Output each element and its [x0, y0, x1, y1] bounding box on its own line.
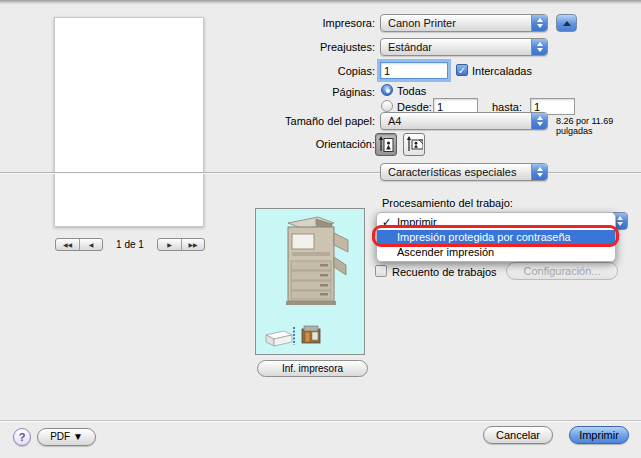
preview-navigation: ◀◀ ◀ 1 de 1 ▶ ▶▶ — [0, 238, 255, 252]
pages-all-radio[interactable] — [381, 84, 393, 96]
dialog-top-edge — [0, 0, 641, 5]
printer-popup[interactable]: Canon Printer — [380, 14, 548, 32]
orientation-label: Orientación: — [175, 138, 375, 150]
panel-selector-value: Características especiales — [381, 166, 531, 178]
print-button[interactable]: Imprimir — [569, 426, 629, 444]
help-button[interactable]: ? — [13, 428, 31, 446]
collated-label: Intercaladas — [472, 65, 532, 77]
paper-size-note: 8.26 por 11.69 pulgadas — [556, 116, 641, 136]
orientation-portrait-button[interactable] — [375, 133, 397, 156]
printer-illustration-icon — [256, 209, 364, 354]
printer-info-button[interactable]: Inf. impresora — [257, 360, 368, 377]
paper-size-label: Tamaño del papel: — [175, 115, 375, 127]
next-page-button[interactable]: ▶ — [158, 239, 181, 250]
previous-page-button[interactable]: ◀ — [79, 239, 102, 250]
pages-all-label: Todas — [397, 85, 426, 97]
copies-label: Copias: — [175, 65, 375, 77]
printer-label: Impresora: — [175, 17, 375, 29]
menu-item-label: Imprimir — [397, 216, 437, 228]
popup-stepper-icon — [531, 113, 547, 129]
popup-stepper-icon — [531, 15, 547, 31]
printer-preview-panel — [255, 208, 365, 355]
preview-nav-forward-group: ▶ ▶▶ — [157, 238, 205, 251]
first-page-button[interactable]: ◀◀ — [56, 239, 79, 250]
configuration-button[interactable]: Configuración... — [506, 262, 618, 280]
pages-label: Páginas: — [175, 86, 375, 98]
menu-item-label: Ascender impresión — [397, 246, 494, 258]
paper-size-popup[interactable]: A4 — [380, 112, 548, 130]
last-page-button[interactable]: ▶▶ — [181, 239, 204, 250]
panel-selector-popup[interactable]: Características especiales — [380, 163, 548, 181]
portrait-orientation-icon — [378, 136, 394, 153]
menu-item-impresion-protegida[interactable]: Impresión protegida por contraseña — [377, 230, 615, 245]
preview-nav-back-group: ◀◀ ◀ — [55, 238, 103, 251]
checkmark-icon: ✓ — [382, 215, 394, 230]
device-icon — [302, 326, 320, 343]
pages-range-radio[interactable] — [381, 100, 393, 112]
pdf-menu-button[interactable]: PDF ▼ — [37, 428, 96, 446]
menu-item-imprimir[interactable]: ✓ Imprimir — [377, 215, 615, 230]
presets-popup[interactable]: Estándar — [380, 38, 548, 56]
paper-stack-icon — [266, 327, 294, 346]
menu-item-ascender-impresion[interactable]: Ascender impresión — [377, 245, 615, 260]
job-processing-label: Procesamiento del trabajo: — [382, 197, 513, 209]
copies-field[interactable] — [380, 62, 448, 79]
popup-stepper-icon — [531, 39, 547, 55]
landscape-orientation-icon — [406, 136, 423, 153]
presets-popup-value: Estándar — [381, 41, 531, 53]
printer-popup-value: Canon Printer — [381, 17, 531, 29]
presets-label: Preajustes: — [175, 41, 375, 53]
collapse-panel-button[interactable] — [556, 14, 577, 32]
footer-divider — [0, 420, 641, 421]
popup-stepper-icon — [531, 164, 547, 180]
orientation-landscape-button[interactable] — [403, 133, 425, 156]
page-indicator: 1 de 1 — [105, 239, 155, 250]
up-arrow-icon — [563, 21, 571, 26]
job-accounting-label: Recuento de trabajos — [392, 266, 497, 278]
menu-item-label: Impresión protegida por contraseña — [397, 231, 571, 243]
cancel-button[interactable]: Cancelar — [483, 426, 553, 444]
collated-checkbox[interactable]: ✓ — [456, 64, 468, 76]
paper-size-popup-value: A4 — [381, 115, 531, 127]
job-processing-menu: ✓ Imprimir Impresión protegida por contr… — [376, 212, 616, 262]
job-accounting-checkbox[interactable] — [375, 265, 387, 277]
